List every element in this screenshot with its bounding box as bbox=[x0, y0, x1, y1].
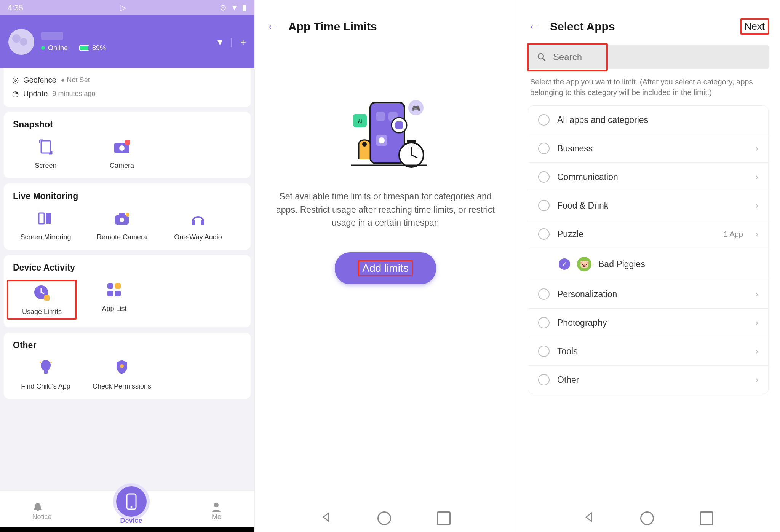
next-button[interactable]: Next bbox=[741, 19, 769, 34]
check-permissions[interactable]: Check Permissions bbox=[84, 358, 160, 390]
battery-percent: 89% bbox=[92, 44, 106, 52]
radio-icon[interactable] bbox=[538, 200, 550, 211]
radio-icon[interactable] bbox=[538, 228, 550, 240]
nav-notice[interactable]: Notice bbox=[32, 502, 51, 521]
profile-header: Online 89% ▾ | + bbox=[0, 15, 254, 68]
search-field[interactable] bbox=[528, 45, 769, 69]
illustration: ♫ 🎮 bbox=[332, 91, 439, 175]
back-arrow-icon[interactable]: ← bbox=[528, 19, 541, 34]
nav-me[interactable]: Me bbox=[211, 502, 222, 521]
header: ← App Time Limits bbox=[255, 0, 516, 45]
update-row[interactable]: ◔ Update 9 minutes ago bbox=[12, 87, 242, 100]
bad-piggies-app-icon: 🐷 bbox=[577, 257, 591, 271]
camera-icon bbox=[113, 140, 130, 154]
svg-rect-14 bbox=[107, 283, 113, 289]
svg-rect-8 bbox=[119, 213, 125, 216]
sys-back-icon[interactable] bbox=[320, 511, 332, 525]
radio-icon[interactable] bbox=[538, 317, 550, 328]
sys-recents-icon[interactable] bbox=[437, 511, 451, 525]
radio-icon[interactable] bbox=[538, 171, 550, 183]
sys-home-icon[interactable] bbox=[377, 511, 391, 525]
svg-point-7 bbox=[120, 218, 124, 222]
row-business[interactable]: Business › bbox=[528, 134, 768, 163]
geofence-row[interactable]: ◎ Geofence ● Not Set bbox=[12, 73, 242, 87]
battery-level-icon bbox=[79, 45, 89, 51]
page-title: App Time Limits bbox=[288, 20, 377, 33]
row-communication[interactable]: Communication › bbox=[528, 163, 768, 191]
row-all-apps[interactable]: All apps and categories bbox=[528, 106, 768, 134]
page-title: Select Apps bbox=[550, 20, 615, 33]
sys-back-icon[interactable] bbox=[583, 511, 595, 525]
svg-line-45 bbox=[543, 58, 545, 61]
svg-rect-11 bbox=[201, 220, 204, 225]
svg-point-38 bbox=[362, 142, 367, 147]
nav-device[interactable]: Device bbox=[116, 498, 147, 525]
category-list: All apps and categories Business › Commu… bbox=[528, 105, 769, 394]
row-other[interactable]: Other › bbox=[528, 366, 768, 394]
usage-limits[interactable]: Usage Limits bbox=[8, 280, 76, 319]
lightbulb-icon bbox=[38, 359, 53, 376]
geofence-label: Geofence bbox=[23, 76, 56, 84]
remote-camera-icon bbox=[113, 212, 130, 225]
device-dashboard-screen: 4:35 ▷ ⊝ ▼ ▮ Online 89% ▾ | + ◎ bbox=[0, 0, 254, 532]
dropdown-icon[interactable]: ▾ bbox=[217, 36, 222, 48]
row-bad-piggies[interactable]: ✓ 🐷 Bad Piggies bbox=[528, 248, 768, 280]
svg-rect-19 bbox=[44, 370, 48, 374]
svg-point-20 bbox=[40, 362, 41, 363]
dnd-icon: ⊝ bbox=[220, 3, 227, 12]
device-activity-card: Device Activity Usage Limits App List bbox=[4, 255, 251, 327]
system-nav bbox=[516, 511, 780, 525]
add-limits-button[interactable]: Add limits bbox=[335, 252, 436, 284]
add-icon[interactable]: + bbox=[240, 36, 246, 48]
card-title: Device Activity bbox=[8, 263, 247, 273]
other-card: Other Find Child's App Check Permissions bbox=[4, 333, 251, 399]
profile-name-placeholder bbox=[41, 32, 63, 40]
play-icon: ▷ bbox=[120, 3, 126, 12]
svg-point-25 bbox=[130, 506, 132, 508]
chevron-right-icon: › bbox=[755, 200, 758, 211]
row-food-drink[interactable]: Food & Drink › bbox=[528, 191, 768, 220]
row-puzzle[interactable]: Puzzle 1 App › bbox=[528, 220, 768, 248]
remote-camera[interactable]: Remote Camera bbox=[84, 209, 160, 241]
system-nav bbox=[255, 511, 516, 525]
select-apps-screen: ← Select Apps Next Select the app you wa… bbox=[516, 0, 780, 532]
radio-icon[interactable] bbox=[538, 143, 550, 154]
radio-icon[interactable] bbox=[538, 346, 550, 357]
svg-point-22 bbox=[120, 364, 124, 368]
chevron-right-icon: › bbox=[755, 172, 758, 182]
radio-icon[interactable] bbox=[538, 288, 550, 300]
row-tools[interactable]: Tools › bbox=[528, 337, 768, 366]
shield-icon bbox=[115, 359, 129, 376]
screen-mirroring[interactable]: Screen Mirroring bbox=[8, 209, 84, 241]
find-childs-app[interactable]: Find Child's App bbox=[8, 358, 84, 390]
radio-icon[interactable] bbox=[538, 114, 550, 126]
card-title: Live Monitoring bbox=[8, 191, 247, 201]
svg-rect-13 bbox=[44, 295, 50, 301]
sys-home-icon[interactable] bbox=[640, 511, 654, 525]
search-input[interactable] bbox=[553, 52, 759, 62]
svg-rect-0 bbox=[41, 141, 50, 153]
svg-rect-10 bbox=[192, 220, 195, 225]
svg-point-21 bbox=[50, 362, 52, 363]
sys-recents-icon[interactable] bbox=[700, 511, 713, 525]
chevron-right-icon: › bbox=[755, 374, 758, 385]
radio-checked-icon[interactable]: ✓ bbox=[559, 258, 570, 270]
snapshot-camera[interactable]: Camera bbox=[84, 137, 160, 170]
one-way-audio[interactable]: One-Way Audio bbox=[160, 209, 236, 241]
back-arrow-icon[interactable]: ← bbox=[266, 19, 279, 34]
row-personalization[interactable]: Personalization › bbox=[528, 280, 768, 309]
row-photography[interactable]: Photography › bbox=[528, 309, 768, 337]
app-list[interactable]: App List bbox=[76, 280, 152, 319]
online-dot-icon bbox=[41, 46, 45, 50]
battery-icon: ▮ bbox=[242, 3, 247, 12]
svg-rect-16 bbox=[107, 291, 113, 296]
description: Set available time limits or timespan fo… bbox=[255, 190, 516, 229]
avatar[interactable] bbox=[8, 29, 34, 55]
geofence-status: ● Not Set bbox=[61, 76, 90, 84]
geofence-icon: ◎ bbox=[12, 75, 19, 84]
bottom-nav: Notice Device Me bbox=[0, 490, 254, 532]
radio-icon[interactable] bbox=[538, 374, 550, 385]
svg-point-18 bbox=[41, 360, 51, 371]
online-label: Online bbox=[48, 44, 68, 52]
snapshot-screen[interactable]: Screen bbox=[8, 137, 84, 170]
